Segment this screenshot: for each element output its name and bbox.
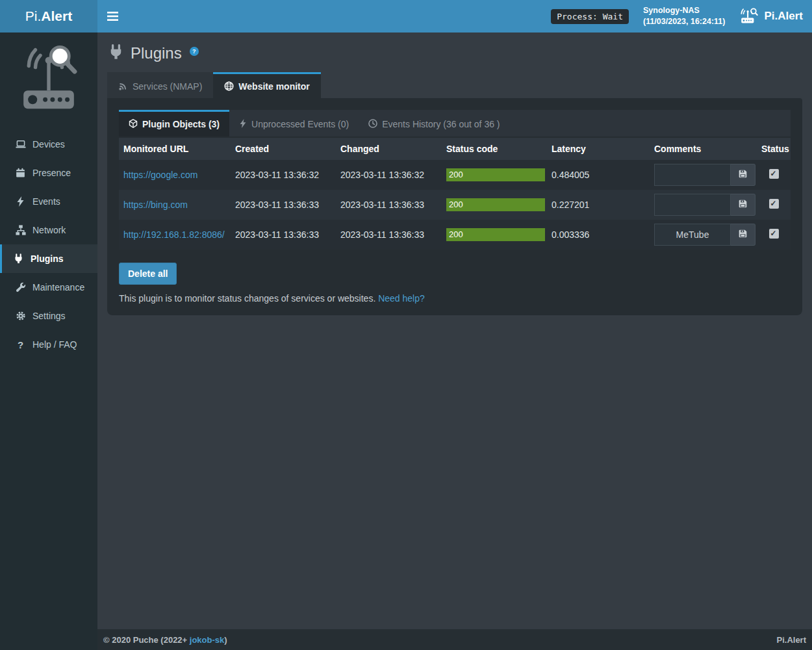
clock-icon <box>368 119 377 130</box>
tab-services-nmap[interactable]: Services (NMAP) <box>107 72 213 98</box>
main-content: Plugins ? Services (NMAP) Website monito… <box>97 32 812 629</box>
website-monitor-panel: Plugin Objects (3) Unprocessed Events (0… <box>107 98 802 315</box>
question-icon: ? <box>15 339 26 350</box>
created-cell: 2023-03-11 13:36:33 <box>231 190 336 220</box>
monitored-url-link[interactable]: http://192.168.1.82:8086/ <box>123 229 225 240</box>
sidebar-item-settings[interactable]: Settings <box>0 302 97 330</box>
created-cell: 2023-03-11 13:36:33 <box>231 220 336 250</box>
page-title: Plugins ? <box>108 44 802 62</box>
hamburger-icon <box>107 12 118 21</box>
latency-cell: 0.003336 <box>547 220 650 250</box>
status-code-bar: 200 <box>446 198 545 211</box>
sidebar-item-label: Plugins <box>31 254 64 264</box>
column-header-status-code: Status code <box>442 138 547 160</box>
bolt-icon <box>239 119 247 130</box>
tab-unprocessed-events[interactable]: Unprocessed Events (0) <box>229 110 359 136</box>
broadcast-icon <box>118 81 128 91</box>
plugin-description: This plugin is to monitor status changes… <box>119 293 791 304</box>
navbar-brand[interactable]: Pi.Alert <box>739 8 803 25</box>
navbar-brand-label: Pi.Alert <box>764 10 803 23</box>
sidebar: Devices Presence Events Network <box>0 32 97 650</box>
sidebar-item-label: Maintenance <box>32 282 84 292</box>
sidebar-toggle-button[interactable] <box>97 0 127 32</box>
calendar-icon <box>15 168 26 178</box>
page-title-text: Plugins <box>131 44 182 62</box>
footer-copyright-suffix: ) <box>224 635 227 645</box>
save-comment-button[interactable] <box>731 194 755 216</box>
host-info: Synology-NAS (11/03/2023, 16:24:11) <box>643 5 726 27</box>
floppy-save-icon <box>738 169 748 181</box>
changed-cell: 2023-03-11 13:36:33 <box>336 220 442 250</box>
app-logo-prefix: Pi. <box>25 8 42 24</box>
delete-all-button[interactable]: Delete all <box>119 263 177 285</box>
status-checkbox[interactable] <box>769 199 779 209</box>
footer-brand: Pi.Alert <box>776 635 806 645</box>
save-comment-button[interactable] <box>731 224 755 246</box>
host-name: Synology-NAS <box>643 5 726 16</box>
gear-icon <box>15 311 26 321</box>
plugin-subtabs: Plugin Objects (3) Unprocessed Events (0… <box>119 110 791 136</box>
need-help-link[interactable]: Need help? <box>378 293 425 304</box>
tab-events-history[interactable]: Events History (36 out of 36 ) <box>359 110 509 136</box>
column-header-monitored-url: Monitored URL <box>119 138 231 160</box>
save-comment-button[interactable] <box>731 164 755 186</box>
sidebar-item-presence[interactable]: Presence <box>0 159 97 187</box>
sidebar-item-events[interactable]: Events <box>0 187 97 216</box>
comment-input-group <box>654 224 755 246</box>
comment-input[interactable] <box>654 194 731 216</box>
table-row: https://bing.com 2023-03-11 13:36:33 202… <box>119 190 791 220</box>
floppy-save-icon <box>738 199 748 211</box>
app-logo-suffix: Alert <box>41 8 72 24</box>
monitored-url-link[interactable]: https://bing.com <box>123 200 188 210</box>
sidebar-logo <box>0 32 97 130</box>
sidebar-item-maintenance[interactable]: Maintenance <box>0 273 97 302</box>
plugin-description-text: This plugin is to monitor status changes… <box>119 293 378 304</box>
table-header-row: Monitored URL Created Changed Status cod… <box>119 138 791 160</box>
plugin-tabs: Services (NMAP) Website monitor <box>107 72 802 98</box>
footer-author-link[interactable]: jokob-sk <box>190 635 224 645</box>
sidebar-item-plugins[interactable]: Plugins <box>0 244 97 273</box>
tab-label: Services (NMAP) <box>133 81 202 92</box>
monitored-url-link[interactable]: https://google.com <box>123 170 197 180</box>
comment-input[interactable] <box>654 224 731 246</box>
plugin-objects-table-body: https://google.com 2023-03-11 13:36:32 2… <box>119 160 791 250</box>
sidebar-item-help[interactable]: ? Help / FAQ <box>0 330 97 359</box>
status-checkbox[interactable] <box>769 169 779 179</box>
created-cell: 2023-03-11 13:36:32 <box>231 160 336 190</box>
sidebar-item-devices[interactable]: Devices <box>0 130 97 159</box>
plug-title-icon <box>108 44 123 62</box>
plug-icon <box>13 254 24 264</box>
sidebar-item-label: Settings <box>32 311 66 321</box>
sidebar-item-network[interactable]: Network <box>0 216 97 244</box>
status-code-bar: 200 <box>446 168 545 181</box>
globe-icon <box>224 81 234 91</box>
comment-input[interactable] <box>654 164 731 186</box>
tab-label: Events History (36 out of 36 ) <box>382 119 500 129</box>
footer-copyright: © 2020 Puche (2022+ jokob-sk) <box>103 635 227 645</box>
latency-cell: 0.484005 <box>547 160 650 190</box>
column-header-changed: Changed <box>336 138 442 160</box>
column-header-latency: Latency <box>547 138 650 160</box>
column-header-created: Created <box>231 138 336 160</box>
tab-website-monitor[interactable]: Website monitor <box>213 72 320 98</box>
plugin-objects-table: Monitored URL Created Changed Status cod… <box>119 138 791 250</box>
floppy-save-icon <box>738 229 748 240</box>
top-navbar: Process: Wait Synology-NAS (11/03/2023, … <box>97 0 812 32</box>
network-icon <box>15 225 26 235</box>
app-logo[interactable]: Pi.Alert <box>0 0 97 32</box>
table-row: http://192.168.1.82:8086/ 2023-03-11 13:… <box>119 220 791 250</box>
laptop-icon <box>15 139 26 150</box>
sidebar-item-label: Help / FAQ <box>32 339 77 350</box>
status-checkbox[interactable] <box>769 229 779 239</box>
tab-label: Plugin Objects (3) <box>142 119 220 129</box>
tab-label: Unprocessed Events (0) <box>251 119 349 129</box>
router-scan-logo-icon <box>14 44 84 116</box>
app-window: Pi.Alert Process: Wait Synology-NAS (11/… <box>0 0 812 650</box>
page-help-badge[interactable]: ? <box>190 47 199 56</box>
tab-label: Website monitor <box>238 81 309 92</box>
sidebar-item-label: Presence <box>32 168 71 178</box>
router-scan-icon <box>739 8 759 25</box>
footer-copyright-prefix: © 2020 Puche (2022+ <box>103 635 190 645</box>
tab-plugin-objects[interactable]: Plugin Objects (3) <box>119 110 229 136</box>
status-code-bar: 200 <box>446 228 545 241</box>
